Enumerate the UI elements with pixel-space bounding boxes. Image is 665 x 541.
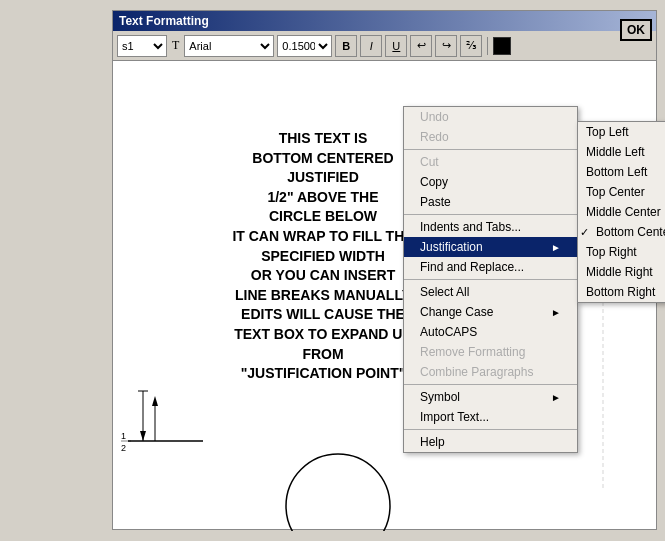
menu-select-all[interactable]: Select All [404, 282, 577, 302]
bold-button[interactable]: B [335, 35, 357, 57]
font-icon: T [172, 38, 179, 53]
top-right-label: Top Right [586, 245, 637, 259]
underline-button[interactable]: U [385, 35, 407, 57]
menu-symbol-label: Symbol [420, 390, 460, 404]
middle-center-label: Middle Center [586, 205, 661, 219]
svg-marker-1 [140, 431, 146, 441]
bottom-right-label: Bottom Right [586, 285, 655, 299]
special-button[interactable]: ⅔ [460, 35, 482, 57]
menu-combine-paragraphs[interactable]: Combine Paragraphs [404, 362, 577, 382]
middle-right-label: Middle Right [586, 265, 653, 279]
menu-remove-formatting-label: Remove Formatting [420, 345, 525, 359]
justification-submenu: Top Left TL Middle Left ML Bottom Left B… [577, 121, 665, 303]
text-formatting-window: Text Formatting s1 T Arial 0.1500 B I U … [112, 10, 657, 530]
toolbar: s1 T Arial 0.1500 B I U ↩ ↪ ⅔ OK [113, 31, 656, 61]
menu-autocaps-label: AutoCAPS [420, 325, 477, 339]
submenu-top-left[interactable]: Top Left TL [578, 122, 665, 142]
submenu-middle-left[interactable]: Middle Left ML [578, 142, 665, 162]
menu-change-case-label: Change Case [420, 305, 493, 319]
submenu-top-right[interactable]: Top Right TR [578, 242, 665, 262]
menu-cut-label: Cut [420, 155, 439, 169]
menu-import-text-label: Import Text... [420, 410, 489, 424]
menu-justification[interactable]: Justification ► [404, 237, 577, 257]
svg-text:2: 2 [121, 443, 126, 453]
undo-button[interactable]: ↩ [410, 35, 432, 57]
menu-change-case[interactable]: Change Case ► [404, 302, 577, 322]
ok-button[interactable]: OK [620, 19, 652, 41]
menu-undo[interactable]: Undo [404, 107, 577, 127]
menu-copy-label: Copy [420, 175, 448, 189]
window-title: Text Formatting [119, 14, 209, 28]
menu-remove-formatting[interactable]: Remove Formatting [404, 342, 577, 362]
change-case-arrow-icon: ► [551, 307, 561, 318]
menu-find-replace-label: Find and Replace... [420, 260, 524, 274]
menu-undo-label: Undo [420, 110, 449, 124]
menu-symbol[interactable]: Symbol ► [404, 387, 577, 407]
menu-help[interactable]: Help [404, 432, 577, 452]
font-select[interactable]: Arial [184, 35, 274, 57]
menu-find-replace[interactable]: Find and Replace... [404, 257, 577, 277]
menu-indents[interactable]: Indents and Tabs... [404, 217, 577, 237]
svg-point-10 [286, 454, 390, 531]
separator-4 [404, 384, 577, 385]
separator-1 [404, 149, 577, 150]
italic-button[interactable]: I [360, 35, 382, 57]
toolbar-separator [487, 37, 488, 55]
submenu-middle-right[interactable]: Middle Right MR [578, 262, 665, 282]
bottom-left-label: Bottom Left [586, 165, 647, 179]
redo-button[interactable]: ↪ [435, 35, 457, 57]
context-menu: Undo Redo Cut Copy Paste Indents and Tab… [403, 106, 578, 453]
checkmark-icon: ✓ [580, 226, 589, 239]
menu-combine-paragraphs-label: Combine Paragraphs [420, 365, 533, 379]
title-bar: Text Formatting [113, 11, 656, 31]
svg-text:1: 1 [121, 431, 126, 441]
menu-redo-label: Redo [420, 130, 449, 144]
size-select[interactable]: 0.1500 [277, 35, 332, 57]
menu-import-text[interactable]: Import Text... [404, 407, 577, 427]
separator-3 [404, 279, 577, 280]
menu-paste-label: Paste [420, 195, 451, 209]
menu-indents-label: Indents and Tabs... [420, 220, 521, 234]
menu-help-label: Help [420, 435, 445, 449]
menu-select-all-label: Select All [420, 285, 469, 299]
separator-5 [404, 429, 577, 430]
menu-paste[interactable]: Paste [404, 192, 577, 212]
symbol-arrow-icon: ► [551, 392, 561, 403]
menu-redo[interactable]: Redo [404, 127, 577, 147]
menu-cut[interactable]: Cut [404, 152, 577, 172]
color-swatch[interactable] [493, 37, 511, 55]
submenu-bottom-right[interactable]: Bottom Right BR [578, 282, 665, 302]
submenu-top-center[interactable]: Top Center TC [578, 182, 665, 202]
menu-justification-label: Justification [420, 240, 483, 254]
submenu-bottom-center[interactable]: ✓ Bottom Center BC [578, 222, 665, 242]
svg-marker-8 [152, 396, 158, 406]
middle-left-label: Middle Left [586, 145, 645, 159]
menu-copy[interactable]: Copy [404, 172, 577, 192]
top-center-label: Top Center [586, 185, 645, 199]
separator-2 [404, 214, 577, 215]
menu-autocaps[interactable]: AutoCAPS [404, 322, 577, 342]
submenu-middle-center[interactable]: Middle Center MC [578, 202, 665, 222]
style-select[interactable]: s1 [117, 35, 167, 57]
justification-arrow-icon: ► [551, 242, 561, 253]
bottom-center-label: Bottom Center [596, 225, 665, 239]
top-left-label: Top Left [586, 125, 629, 139]
submenu-bottom-left[interactable]: Bottom Left BL [578, 162, 665, 182]
